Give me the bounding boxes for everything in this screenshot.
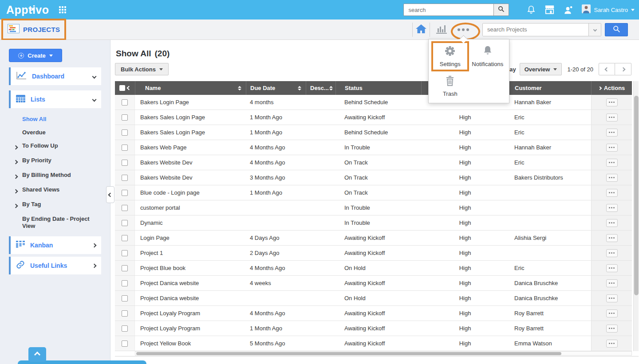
table-row[interactable]: Bakers Web Page 4 Months Ago In Trouble … — [115, 140, 632, 155]
row-checkbox[interactable] — [122, 205, 128, 211]
table-row[interactable]: Bakers Website Dev 4 Months Ago On Track… — [115, 155, 632, 170]
table-row[interactable]: Blue code - Login page 1 Month Ago On Tr… — [115, 185, 632, 200]
sidebar-item-useful-links[interactable]: Useful Links — [9, 257, 101, 274]
menu-item-trash[interactable]: Trash — [431, 71, 469, 102]
column-header-name[interactable]: Name — [135, 81, 246, 95]
row-checkbox[interactable] — [122, 190, 128, 196]
menu-item-settings[interactable]: Settings — [431, 41, 469, 71]
table-row[interactable]: Dynamic In Trouble High — [115, 215, 632, 231]
row-actions-button[interactable] — [606, 249, 618, 257]
row-checkbox[interactable] — [122, 265, 128, 271]
user-menu[interactable]: Sarah Castro — [582, 4, 635, 15]
home-button[interactable] — [412, 23, 430, 37]
row-actions-button[interactable] — [606, 340, 618, 348]
sidebar-item-lists[interactable]: Lists — [9, 90, 101, 108]
table-row[interactable]: Project 1 2 Days Ago Awaiting Kickoff Hi… — [115, 246, 632, 261]
row-actions-button[interactable] — [606, 98, 618, 106]
global-search-input[interactable] — [404, 4, 493, 16]
projects-app-badge[interactable]: PROJECTS — [1, 19, 66, 40]
search-options-button[interactable] — [588, 23, 601, 36]
row-checkbox[interactable] — [122, 175, 128, 181]
table-row[interactable]: Login Page 4 Days Ago Awaiting Kickoff H… — [115, 231, 632, 246]
collapse-columns-icon[interactable] — [127, 86, 131, 90]
sidebar-item-dashboard[interactable]: Dashboard — [9, 67, 101, 85]
table-row[interactable]: Project Loyaly Program 4 Months Ago Awai… — [115, 306, 632, 321]
row-actions-button[interactable] — [606, 294, 618, 302]
row-checkbox[interactable] — [122, 129, 128, 136]
bell-icon[interactable] — [526, 4, 536, 15]
sidebar-list-item-by-ending-date[interactable]: By Ending Date - Project View — [0, 212, 110, 233]
sort-icon[interactable] — [329, 86, 333, 90]
next-page-button[interactable] — [615, 63, 631, 75]
row-checkbox[interactable] — [122, 280, 128, 286]
row-checkbox[interactable] — [122, 295, 128, 301]
row-actions-button[interactable] — [606, 309, 618, 317]
row-actions-button[interactable] — [606, 264, 618, 272]
table-row[interactable]: Bakers Sales Login Page 1 Month Ago Awai… — [115, 110, 632, 125]
sidebar-list-item-show-all[interactable]: Show All — [0, 113, 110, 126]
row-actions-button[interactable] — [606, 219, 618, 227]
row-checkbox[interactable] — [122, 220, 128, 226]
row-checkbox[interactable] — [122, 310, 128, 317]
row-actions-button[interactable] — [606, 234, 618, 242]
row-checkbox[interactable] — [122, 114, 128, 121]
app-search-input[interactable] — [483, 23, 588, 36]
apptivo-logo[interactable]: Apptivo — [6, 4, 49, 16]
table-row[interactable]: Project Loyaly Program 1 Month Ago Await… — [115, 321, 632, 336]
row-checkbox[interactable] — [122, 250, 128, 256]
row-checkbox[interactable] — [122, 99, 128, 106]
row-actions-button[interactable] — [606, 325, 618, 333]
row-actions-button[interactable] — [606, 189, 618, 197]
column-header-customer[interactable]: Customer — [509, 81, 591, 95]
sidebar-item-kanban[interactable]: Kanban — [9, 236, 101, 254]
sidebar-list-item-shared-views[interactable]: Shared Views — [0, 183, 110, 198]
app-grid-icon[interactable] — [59, 6, 66, 13]
column-header-actions[interactable]: Actions — [591, 81, 632, 95]
sidebar-list-item-by-priority[interactable]: By Priority — [0, 154, 110, 168]
row-checkbox[interactable] — [122, 325, 128, 332]
reports-button[interactable] — [435, 23, 448, 36]
table-row[interactable]: Bakers Sales Login Page 1 Month Ago Behi… — [115, 125, 632, 140]
row-checkbox[interactable] — [122, 235, 128, 241]
bulk-actions-button[interactable]: Bulk Actions — [115, 63, 169, 75]
row-checkbox[interactable] — [122, 145, 128, 151]
more-tools-button[interactable] — [454, 24, 473, 35]
sidebar-list-item-overdue[interactable]: Overdue — [0, 126, 110, 139]
create-button[interactable]: + Create — [9, 49, 62, 62]
table-row[interactable]: customer portal In Trouble High — [115, 200, 632, 215]
vertical-scrollbar-thumb[interactable] — [634, 96, 639, 295]
row-actions-button[interactable] — [606, 129, 618, 137]
table-row[interactable]: Bakers Website Dev 3 Months Ago On Track… — [115, 170, 632, 185]
row-actions-button[interactable] — [606, 204, 618, 212]
scroll-to-top-button[interactable] — [28, 347, 46, 362]
prev-page-button[interactable] — [599, 63, 615, 75]
column-header-status[interactable]: Status — [335, 81, 421, 95]
sidebar-list-item-to-follow-up[interactable]: To Follow Up — [0, 139, 110, 154]
row-actions-button[interactable] — [606, 174, 618, 182]
app-search-button[interactable] — [605, 23, 628, 36]
table-row[interactable]: Bakers Login Page 4 months Behind Schedu… — [115, 95, 632, 110]
horizontal-scrollbar[interactable] — [135, 351, 632, 356]
column-header-description[interactable]: Desc... — [306, 81, 335, 95]
select-all-checkbox[interactable] — [119, 85, 125, 91]
horizontal-scrollbar-thumb[interactable] — [136, 352, 561, 355]
display-select[interactable]: Overview — [520, 63, 562, 75]
menu-item-notifications[interactable]: Notifications — [469, 41, 507, 71]
global-search-button[interactable] — [493, 4, 509, 16]
table-row[interactable]: Project Yellow Book 5 Months Ago Awaitin… — [115, 336, 632, 351]
row-actions-button[interactable] — [606, 144, 618, 152]
table-row[interactable]: Project Blue book 4 Months Ago On Hold H… — [115, 261, 632, 276]
sidebar-list-item-by-tag[interactable]: By Tag — [0, 198, 110, 212]
store-icon[interactable] — [544, 4, 555, 15]
row-checkbox[interactable] — [122, 341, 128, 347]
sidebar-list-item-by-billing-method[interactable]: By Billing Method — [0, 168, 110, 183]
table-row[interactable]: Project Danica website On Hold High Dani… — [115, 291, 632, 306]
row-actions-button[interactable] — [606, 159, 618, 167]
referral-icon[interactable] — [563, 5, 573, 15]
row-checkbox[interactable] — [122, 160, 128, 166]
column-header-due-date[interactable]: Due Date — [246, 81, 306, 95]
sidebar-collapse-handle[interactable] — [106, 186, 114, 203]
sort-icon[interactable] — [238, 86, 241, 90]
row-actions-button[interactable] — [606, 114, 618, 121]
table-row[interactable]: Project Danica website 4 weeks Awaiting … — [115, 276, 632, 291]
